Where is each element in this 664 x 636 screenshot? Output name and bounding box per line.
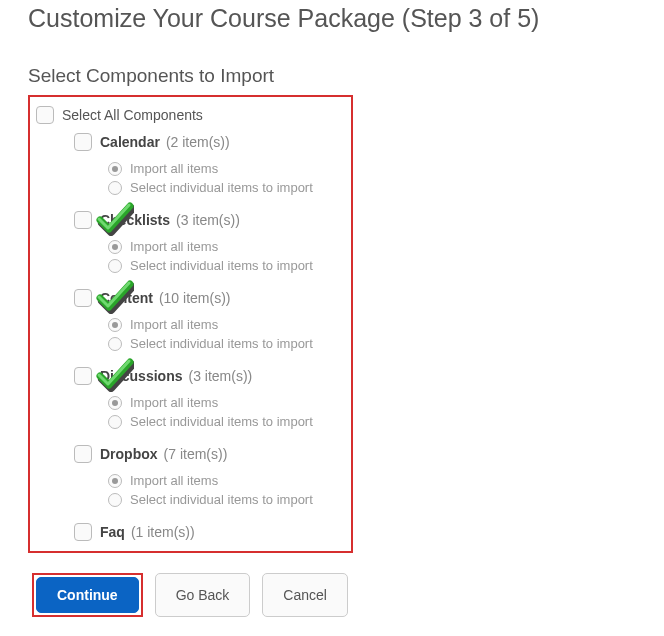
select-all-checkbox[interactable] (36, 106, 54, 124)
checkmark-icon (94, 358, 134, 392)
radio-label: Select individual items to import (130, 180, 313, 195)
radio-select-individual-dropbox[interactable] (108, 493, 122, 507)
component-row-discussions: Discussions(3 item(s)) (74, 361, 343, 389)
checkmark-icon (94, 202, 134, 236)
radio-import-all-dropbox[interactable] (108, 474, 122, 488)
radio-row: Import all items (108, 159, 343, 178)
radio-import-all-checklists[interactable] (108, 240, 122, 254)
go-back-button[interactable]: Go Back (155, 573, 251, 617)
radio-label: Import all items (130, 161, 218, 176)
components-highlight-box: Select All Components Calendar(2 item(s)… (28, 95, 353, 553)
radio-group-checklists: Import all itemsSelect individual items … (108, 233, 343, 283)
component-count: (3 item(s)) (176, 212, 240, 228)
component-row-dropbox: Dropbox(7 item(s)) (74, 439, 343, 467)
component-name: Calendar (100, 134, 160, 150)
radio-group-content: Import all itemsSelect individual items … (108, 311, 343, 361)
radio-select-individual-calendar[interactable] (108, 181, 122, 195)
radio-label: Select individual items to import (130, 336, 313, 351)
page-title: Customize Your Course Package (Step 3 of… (28, 4, 664, 33)
component-count: (1 item(s)) (131, 524, 195, 540)
continue-highlight: Continue (32, 573, 143, 617)
component-checkbox-discussions[interactable] (74, 367, 92, 385)
radio-group-calendar: Import all itemsSelect individual items … (108, 155, 343, 205)
radio-row: Select individual items to import (108, 256, 343, 275)
radio-row: Select individual items to import (108, 334, 343, 353)
select-all-label: Select All Components (62, 107, 203, 123)
component-row-calendar: Calendar(2 item(s)) (74, 127, 343, 155)
component-checkbox-dropbox[interactable] (74, 445, 92, 463)
radio-select-individual-content[interactable] (108, 337, 122, 351)
radio-row: Select individual items to import (108, 412, 343, 431)
component-row-faq: Faq(1 item(s)) (74, 517, 343, 545)
radio-select-individual-checklists[interactable] (108, 259, 122, 273)
component-name: Faq (100, 524, 125, 540)
component-name: Dropbox (100, 446, 158, 462)
radio-row: Select individual items to import (108, 178, 343, 197)
radio-group-discussions: Import all itemsSelect individual items … (108, 389, 343, 439)
component-count: (2 item(s)) (166, 134, 230, 150)
component-checkbox-content[interactable] (74, 289, 92, 307)
radio-import-all-content[interactable] (108, 318, 122, 332)
component-checkbox-checklists[interactable] (74, 211, 92, 229)
radio-select-individual-discussions[interactable] (108, 415, 122, 429)
radio-import-all-calendar[interactable] (108, 162, 122, 176)
radio-label: Select individual items to import (130, 492, 313, 507)
radio-label: Import all items (130, 317, 218, 332)
continue-button[interactable]: Continue (36, 577, 139, 613)
component-count: (3 item(s)) (188, 368, 252, 384)
component-row-checklists: Checklists(3 item(s)) (74, 205, 343, 233)
section-title: Select Components to Import (28, 65, 664, 87)
radio-label: Select individual items to import (130, 414, 313, 429)
component-count: (7 item(s)) (164, 446, 228, 462)
radio-group-dropbox: Import all itemsSelect individual items … (108, 467, 343, 517)
radio-import-all-discussions[interactable] (108, 396, 122, 410)
component-checkbox-faq[interactable] (74, 523, 92, 541)
radio-label: Import all items (130, 239, 218, 254)
button-bar: Continue Go Back Cancel (32, 553, 664, 617)
cancel-button[interactable]: Cancel (262, 573, 348, 617)
component-count: (10 item(s)) (159, 290, 231, 306)
select-all-row: Select All Components (36, 103, 343, 127)
radio-row: Import all items (108, 315, 343, 334)
component-row-content: Content(10 item(s)) (74, 283, 343, 311)
checkmark-icon (94, 280, 134, 314)
radio-row: Import all items (108, 393, 343, 412)
component-checkbox-calendar[interactable] (74, 133, 92, 151)
radio-label: Import all items (130, 473, 218, 488)
radio-row: Import all items (108, 237, 343, 256)
radio-row: Select individual items to import (108, 490, 343, 509)
radio-row: Import all items (108, 471, 343, 490)
radio-label: Select individual items to import (130, 258, 313, 273)
radio-label: Import all items (130, 395, 218, 410)
